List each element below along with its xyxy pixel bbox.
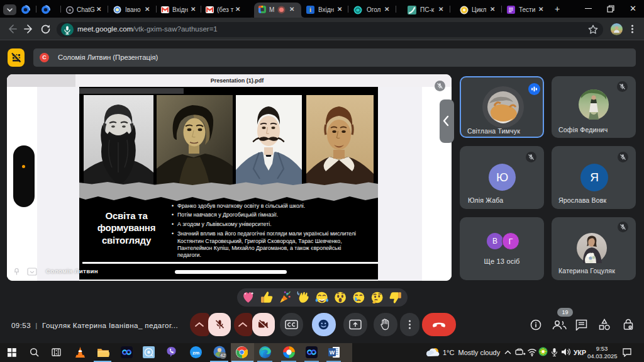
svg-text:42: 42 (220, 353, 225, 358)
svg-text:zm: zm (192, 350, 199, 356)
svg-text:W: W (330, 349, 335, 356)
svg-text:i: i (309, 6, 311, 13)
